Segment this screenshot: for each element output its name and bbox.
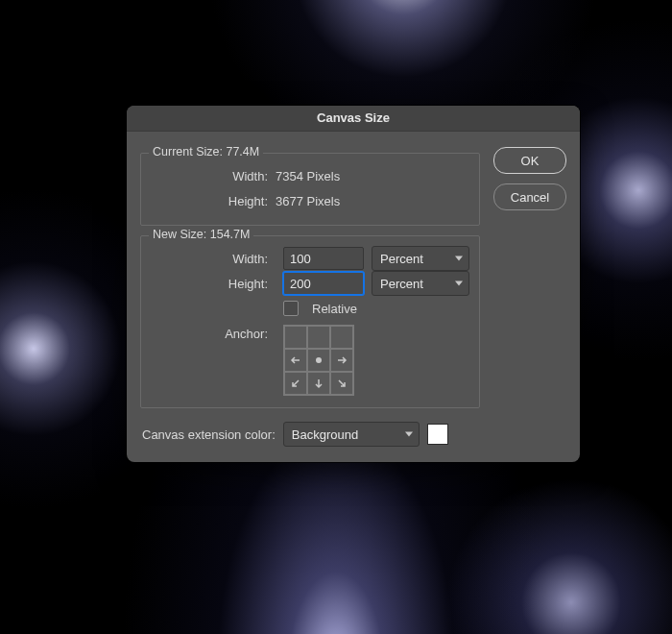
anchor-cell-n[interactable] — [307, 326, 330, 349]
arrow-down-left-icon — [289, 377, 302, 390]
width-unit-value: Percent — [380, 252, 423, 266]
height-unit-value: Percent — [380, 277, 423, 291]
canvas-size-dialog: Canvas Size Current Size: 77.4M Width: 7… — [127, 106, 580, 462]
extension-color-value: Background — [292, 427, 358, 442]
extension-color-row: Canvas extension color: Background — [142, 422, 478, 447]
extension-color-swatch[interactable] — [427, 424, 448, 445]
height-unit-select[interactable]: Percent — [372, 271, 469, 296]
chevron-down-icon — [455, 256, 463, 261]
cancel-button[interactable]: Cancel — [493, 183, 566, 210]
dialog-title: Canvas Size — [127, 106, 580, 132]
ok-button[interactable]: OK — [493, 147, 566, 174]
chevron-down-icon — [405, 432, 413, 437]
current-size-legend: Current Size: 77.4M — [149, 145, 263, 158]
new-size-group: New Size: 154.7M Width: Percent Height: … — [140, 235, 480, 408]
new-size-legend-prefix: New Size: — [153, 228, 206, 241]
anchor-cell-nw[interactable] — [284, 326, 307, 349]
extension-color-label: Canvas extension color: — [142, 427, 276, 442]
current-size-value: 77.4M — [226, 145, 259, 158]
arrow-down-icon — [312, 377, 325, 390]
relative-label: Relative — [312, 302, 357, 316]
chevron-down-icon — [455, 281, 463, 286]
extension-color-select[interactable]: Background — [283, 422, 420, 447]
anchor-cell-s[interactable] — [307, 372, 330, 395]
anchor-grid[interactable] — [283, 325, 354, 396]
current-size-legend-prefix: Current Size: — [153, 145, 223, 158]
current-size-group: Current Size: 77.4M Width: 7354 Pixels H… — [140, 153, 480, 226]
svg-point-0 — [316, 357, 322, 363]
new-width-label: Width: — [176, 252, 276, 266]
current-width-value: 7354 Pixels — [276, 169, 340, 183]
height-input[interactable] — [283, 272, 364, 295]
arrow-right-icon — [335, 354, 348, 367]
anchor-cell-sw[interactable] — [284, 372, 307, 395]
new-height-label: Height: — [176, 277, 276, 291]
anchor-cell-ne[interactable] — [330, 326, 353, 349]
anchor-center-dot-icon — [312, 354, 325, 367]
width-input[interactable] — [283, 247, 364, 270]
current-height-label: Height: — [176, 194, 276, 208]
arrow-left-icon — [289, 354, 302, 367]
dialog-body: Current Size: 77.4M Width: 7354 Pixels H… — [127, 132, 580, 462]
anchor-cell-e[interactable] — [330, 349, 353, 372]
new-size-value: 154.7M — [210, 228, 251, 241]
new-size-legend: New Size: 154.7M — [149, 228, 253, 241]
anchor-label: Anchor: — [176, 325, 276, 341]
current-width-label: Width: — [176, 169, 276, 183]
arrow-down-right-icon — [335, 377, 348, 390]
anchor-cell-se[interactable] — [330, 372, 353, 395]
current-height-value: 3677 Pixels — [276, 194, 340, 208]
relative-checkbox[interactable] — [283, 301, 299, 316]
anchor-cell-w[interactable] — [284, 349, 307, 372]
width-unit-select[interactable]: Percent — [372, 246, 469, 271]
anchor-cell-center[interactable] — [307, 349, 330, 372]
